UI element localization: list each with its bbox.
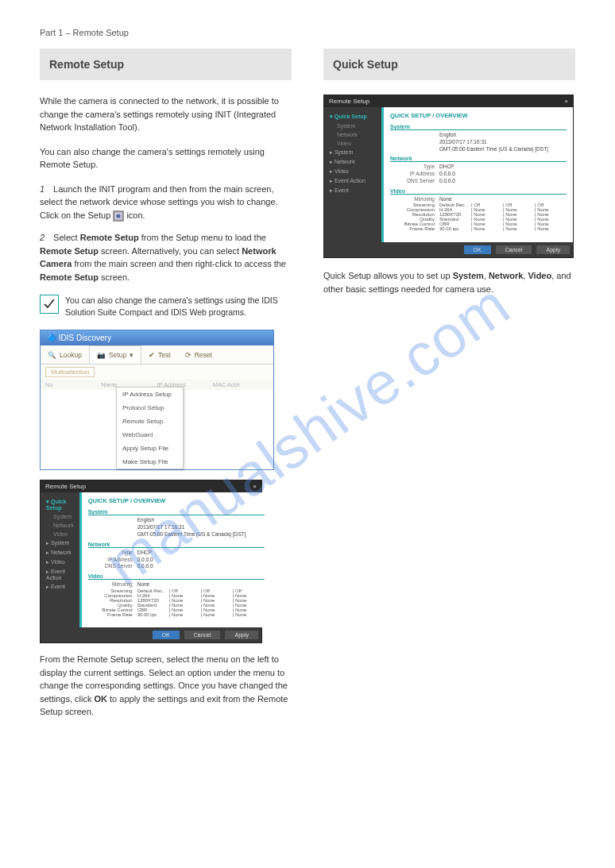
lookup-button[interactable]: 🔍 Lookup (41, 345, 89, 364)
test-button[interactable]: ✔ Test (141, 345, 178, 364)
nav-system[interactable]: ▸ System (324, 148, 381, 157)
net-ip: 0.0.0.0 (137, 557, 265, 564)
menu-ip-address-setup[interactable]: IP Address Setup (117, 388, 183, 401)
breadcrumb: QUICK SETUP / OVERVIEW (390, 112, 567, 119)
section-video: Video (88, 573, 265, 580)
nav-video-sub[interactable]: Video (324, 139, 381, 148)
note-block: You can also change the camera's setting… (40, 295, 292, 318)
nav-event[interactable]: ▸ Event (41, 582, 79, 592)
net-dns: 0.0.0.0 (439, 178, 567, 185)
col-no: No (45, 381, 101, 388)
step-number: 1 (40, 183, 51, 196)
step-1: 1 Launch the INIT program and then from … (40, 183, 292, 222)
check-icon (40, 295, 59, 314)
net-dns: 0.0.0.0 (137, 563, 265, 570)
nav-video[interactable]: ▸ Video (324, 167, 381, 176)
cancel-button[interactable]: Cancel (496, 245, 532, 254)
close-icon[interactable]: × (564, 98, 568, 105)
intro-paragraph-1: While the camera is connected to the net… (40, 95, 292, 134)
apply-button[interactable]: Apply (536, 245, 570, 254)
step-2: 2 Select Remote Setup from the Setup men… (40, 231, 292, 284)
section-system: System (390, 124, 567, 130)
nav-system-sub[interactable]: System (324, 122, 381, 130)
idis-titlebar: 🔷 IDIS Discovery (41, 330, 273, 345)
nav-network-sub[interactable]: Network (324, 130, 381, 139)
net-ip: 0.0.0.0 (439, 171, 567, 178)
mirror: None (137, 581, 265, 588)
section-header-remote-setup: Remote Setup (40, 48, 292, 80)
reset-button[interactable]: ⟳ Reset (178, 345, 219, 364)
multiselection-toggle[interactable]: Multiselection (45, 367, 95, 377)
nav-network[interactable]: ▸ Network (41, 548, 79, 557)
section-network: Network (390, 156, 567, 162)
rs-title: Remote Setup (45, 483, 86, 490)
system-tz: GMT-05:00 Eastern Time (US & Canada) [DS… (439, 146, 567, 153)
step-number: 2 (40, 231, 51, 245)
system-tz: GMT-05:00 Eastern Time (US & Canada) [DS… (137, 531, 265, 538)
nav-video[interactable]: ▸ Video (41, 557, 79, 567)
section-video: Video (390, 188, 567, 195)
nav-network[interactable]: ▸ Network (324, 157, 381, 167)
ok-button[interactable]: OK (153, 631, 180, 639)
ok-button[interactable]: OK (464, 245, 491, 254)
section-system: System (88, 509, 265, 515)
apply-button[interactable]: Apply (225, 631, 258, 639)
menu-protocol-setup[interactable]: Protocol Setup (117, 401, 183, 415)
remote-setup-window-big: Remote Setup× ▾ Quick Setup System Netwo… (323, 95, 574, 258)
menu-remote-setup[interactable]: Remote Setup (117, 415, 183, 428)
col-mac: MAC Addr (213, 381, 269, 388)
setup-dropdown-menu: IP Address Setup Protocol Setup Remote S… (116, 387, 184, 469)
nav-event[interactable]: ▸ Event (324, 186, 381, 195)
menu-make-setup-file[interactable]: Make Setup File (117, 455, 183, 469)
intro-paragraph-2: You can also change the camera's setting… (40, 145, 292, 172)
system-date: 2013/07/17 17:16:31 (439, 139, 567, 146)
remote-setup-window-small: Remote Setup× ▾ Quick Setup System Netwo… (40, 480, 262, 643)
nav-video-sub[interactable]: Video (41, 530, 79, 538)
setup-button[interactable]: 📷 Setup ▾ (89, 345, 141, 364)
menu-apply-setup-file[interactable]: Apply Setup File (117, 442, 183, 455)
idis-discovery-window: 🔷 IDIS Discovery 🔍 Lookup 📷 Setup ▾ ✔ Te… (40, 330, 274, 470)
menu-webguard[interactable]: WebGuard (117, 428, 183, 442)
nav-network-sub[interactable]: Network (41, 521, 79, 530)
section-network: Network (88, 542, 265, 548)
breadcrumb: QUICK SETUP / OVERVIEW (88, 497, 265, 504)
close-icon[interactable]: × (253, 483, 257, 490)
nav-system-sub[interactable]: System (41, 512, 79, 521)
note-text: You can also change the camera's setting… (65, 295, 292, 318)
rs-sidebar: ▾ Quick Setup System Network Video ▸ Sys… (324, 107, 381, 242)
left-description: From the Remote Setup screen, select the… (40, 653, 292, 719)
nav-event-action[interactable]: ▸ Event Action (41, 567, 79, 582)
rs-content: QUICK SETUP / OVERVIEW System English 20… (381, 107, 573, 242)
nav-quick-setup[interactable]: ▾ Quick Setup (41, 497, 79, 512)
chapter-label: Part 1 – Remote Setup (40, 28, 575, 37)
rs-sidebar: ▾ Quick Setup System Network Video ▸ Sys… (41, 492, 79, 627)
rs-content: QUICK SETUP / OVERVIEW System English 20… (79, 492, 271, 627)
cancel-button[interactable]: Cancel (184, 631, 221, 639)
setup-icon (113, 210, 124, 222)
mirror: None (439, 196, 567, 203)
rs-title: Remote Setup (329, 98, 369, 105)
net-type: DHCP (137, 550, 265, 557)
system-date: 2013/07/17 17:16:31 (137, 524, 265, 531)
quick-setup-description: Quick Setup allows you to set up System,… (323, 269, 575, 295)
svg-point-1 (117, 214, 121, 218)
nav-quick-setup[interactable]: ▾ Quick Setup (324, 112, 381, 122)
section-header-quick-setup: Quick Setup (323, 48, 575, 80)
system-lang: English (137, 517, 265, 524)
net-type: DHCP (439, 164, 567, 171)
nav-event-action[interactable]: ▸ Event Action (324, 176, 381, 186)
system-lang: English (439, 132, 567, 139)
nav-system[interactable]: ▸ System (41, 538, 79, 548)
